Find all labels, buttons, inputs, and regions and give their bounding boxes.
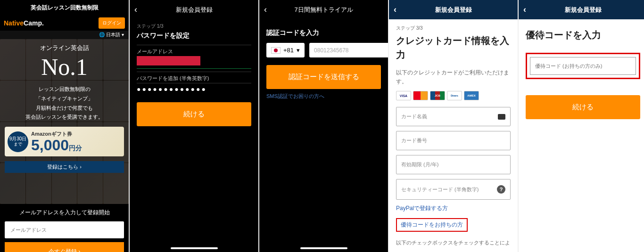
promo-card[interactable]: 9月30日 まで Amazonギフト券 5,000円分 登録はこちら ›	[5, 127, 124, 173]
form-subtitle: 以下のクレジットカードがご利用いただけます。	[396, 68, 511, 86]
home-indicator[interactable]	[300, 247, 347, 249]
country-code-selector[interactable]: +81 ▾	[266, 43, 305, 57]
diners-icon: Diners	[447, 91, 462, 100]
promo-cta[interactable]: 登録はこちら ›	[5, 161, 124, 173]
logo-native: Native	[4, 19, 24, 27]
card-name-input[interactable]: カード名義	[396, 107, 511, 126]
card-expiry-placeholder: 有効期限 (月/年)	[401, 161, 438, 168]
email-section-label: メールアドレスを入力して登録開始	[5, 209, 124, 217]
top-banner: 英会話レッスン回数無制限	[0, 0, 129, 16]
send-code-button[interactable]: 認証コードを送信する	[266, 65, 381, 89]
visa-icon: VISA	[396, 91, 411, 100]
step-label: ステップ 1/3	[137, 23, 251, 30]
hero: オンライン英会話 No.1 レッスン回数無制限の 「ネイティブキャンプ」 月額料…	[0, 39, 129, 204]
continue-button[interactable]: 続ける	[526, 95, 640, 119]
sms-help-link[interactable]: SMS認証でお困りの方へ	[259, 89, 388, 104]
chevron-down-icon: ▾	[297, 47, 300, 54]
promo-date-bottom: まで	[14, 142, 22, 147]
back-arrow-icon[interactable]: ‹	[523, 5, 533, 15]
home-indicator[interactable]	[171, 247, 218, 249]
header: ‹ 新規会員登録	[130, 0, 258, 19]
flag-jp-icon	[271, 47, 281, 54]
card-number-placeholder: カード番号	[401, 137, 427, 144]
promo-date-badge: 9月30日 まで	[8, 131, 28, 152]
promo-amount: 5,000	[31, 138, 69, 153]
back-arrow-icon[interactable]: ‹	[394, 5, 403, 15]
landing-screen: 英会話レッスン回数無制限 NativeCamp. ログイン 🌐 日本語 ▾ オン…	[0, 0, 129, 252]
form-title: パスワードを設定	[137, 32, 251, 40]
password-input[interactable]: ●●●●●●●●●●●●●	[137, 83, 251, 95]
back-arrow-icon[interactable]: ‹	[134, 5, 144, 15]
checkbox-intro-text: 以下のチェックボックスをチェックすることによ	[396, 239, 511, 246]
password-field-label: パスワードを追加 (半角英数字)	[137, 72, 251, 83]
hero-desc-4: 英会話レッスンを受講できます。	[5, 113, 124, 122]
header-title: 新規会員登録	[533, 6, 633, 14]
chevron-down-icon: ▾	[120, 32, 124, 37]
form-title: クレジットカード情報を入力	[396, 33, 511, 62]
card-expiry-input[interactable]: 有効期限 (月/年)	[396, 155, 511, 174]
camera-icon[interactable]	[498, 114, 505, 120]
form-title: 優待コードを入力	[526, 29, 640, 41]
step-label: ステップ 3/3	[396, 25, 511, 32]
coupon-input-highlight	[526, 53, 640, 79]
jcb-icon: JCB	[430, 91, 445, 100]
header: ‹ 新規会員登録	[389, 0, 518, 19]
logo-camp: Camp.	[24, 19, 44, 27]
hero-tagline: オンライン英会話	[5, 44, 124, 52]
register-button[interactable]: 今すぐ登録 ›	[5, 242, 124, 252]
language-selector[interactable]: 🌐 日本語 ▾	[0, 31, 129, 39]
card-cvv-input[interactable]: セキュリティーコード (半角数字) ?	[396, 179, 511, 200]
hero-no1: No.1	[5, 54, 124, 80]
logo[interactable]: NativeCamp.	[4, 19, 44, 27]
header-title: 新規会員登録	[403, 6, 504, 14]
hero-desc-2: 「ネイティブキャンプ」	[5, 94, 124, 104]
header: ‹ 7日間無料トライアル	[259, 0, 388, 19]
mastercard-icon	[413, 91, 428, 100]
password-screen: ‹ 新規会員登録 ステップ 1/3 パスワードを設定 メールアドレス パスワード…	[130, 0, 258, 252]
credit-card-screen: ‹ 新規会員登録 ステップ 3/3 クレジットカード情報を入力 以下のクレジット…	[389, 0, 518, 252]
coupon-input[interactable]	[530, 57, 636, 75]
header: NativeCamp. ログイン	[0, 16, 129, 31]
phone-input[interactable]	[309, 43, 388, 57]
email-field-label: メールアドレス	[137, 45, 251, 56]
hero-desc-1: レッスン回数無制限の	[5, 85, 124, 94]
header: ‹ 新規会員登録	[519, 0, 644, 19]
coupon-screen: ‹ 新規会員登録 優待コードを入力 続ける	[519, 0, 644, 252]
globe-icon: 🌐	[99, 32, 106, 37]
language-label: 日本語	[106, 32, 120, 37]
hero-description: レッスン回数無制限の 「ネイティブキャンプ」 月額料金だけで何度でも 英会話レッ…	[5, 85, 124, 122]
promo-date-top: 9月30日	[9, 136, 27, 142]
card-cvv-placeholder: セキュリティーコード (半角数字)	[401, 186, 479, 193]
back-arrow-icon[interactable]: ‹	[264, 5, 273, 15]
card-number-input[interactable]: カード番号	[396, 131, 511, 150]
coupon-link[interactable]: 優待コードをお持ちの方	[396, 218, 468, 232]
amex-icon: AMEX	[464, 91, 479, 100]
email-value-redacted	[137, 56, 200, 65]
hero-desc-3: 月額料金だけで何度でも	[5, 104, 124, 113]
card-name-placeholder: カード名義	[401, 113, 427, 120]
promo-unit: 円分	[69, 144, 82, 152]
header-title: 7日間無料トライアル	[273, 6, 374, 14]
accepted-cards: VISA JCB Diners AMEX	[396, 91, 511, 100]
form-title: 認証コードを入力	[259, 19, 388, 43]
email-input[interactable]	[5, 221, 124, 238]
login-button[interactable]: ログイン	[99, 17, 125, 29]
help-icon[interactable]: ?	[497, 185, 505, 194]
paypal-link[interactable]: PayPalで登録する方	[396, 204, 511, 212]
country-code: +81	[283, 47, 294, 54]
continue-button[interactable]: 続ける	[137, 102, 251, 126]
verification-screen: ‹ 7日間無料トライアル 認証コードを入力 +81 ▾ 認証コードを送信する S…	[259, 0, 388, 252]
header-title: 新規会員登録	[144, 6, 244, 14]
email-section: メールアドレスを入力して登録開始 今すぐ登録 › その他の方法で登録	[0, 204, 129, 252]
